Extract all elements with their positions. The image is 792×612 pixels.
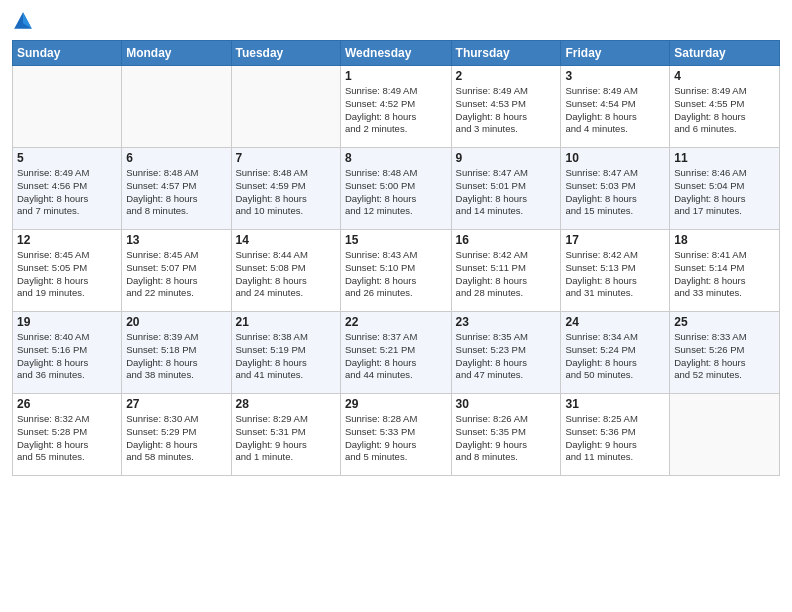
day-info: Sunrise: 8:34 AM Sunset: 5:24 PM Dayligh… bbox=[565, 331, 665, 382]
calendar-cell: 14Sunrise: 8:44 AM Sunset: 5:08 PM Dayli… bbox=[231, 230, 340, 312]
weekday-header-tuesday: Tuesday bbox=[231, 41, 340, 66]
calendar-cell: 10Sunrise: 8:47 AM Sunset: 5:03 PM Dayli… bbox=[561, 148, 670, 230]
weekday-header-saturday: Saturday bbox=[670, 41, 780, 66]
day-info: Sunrise: 8:48 AM Sunset: 4:59 PM Dayligh… bbox=[236, 167, 336, 218]
calendar-cell: 21Sunrise: 8:38 AM Sunset: 5:19 PM Dayli… bbox=[231, 312, 340, 394]
calendar-cell: 5Sunrise: 8:49 AM Sunset: 4:56 PM Daylig… bbox=[13, 148, 122, 230]
calendar-header-row: SundayMondayTuesdayWednesdayThursdayFrid… bbox=[13, 41, 780, 66]
day-number: 3 bbox=[565, 69, 665, 83]
day-number: 21 bbox=[236, 315, 336, 329]
day-number: 17 bbox=[565, 233, 665, 247]
calendar-cell: 22Sunrise: 8:37 AM Sunset: 5:21 PM Dayli… bbox=[340, 312, 451, 394]
calendar-cell: 18Sunrise: 8:41 AM Sunset: 5:14 PM Dayli… bbox=[670, 230, 780, 312]
logo-icon bbox=[12, 10, 34, 32]
day-number: 2 bbox=[456, 69, 557, 83]
calendar-cell: 27Sunrise: 8:30 AM Sunset: 5:29 PM Dayli… bbox=[122, 394, 231, 476]
day-number: 22 bbox=[345, 315, 447, 329]
weekday-header-monday: Monday bbox=[122, 41, 231, 66]
calendar-cell: 30Sunrise: 8:26 AM Sunset: 5:35 PM Dayli… bbox=[451, 394, 561, 476]
day-info: Sunrise: 8:49 AM Sunset: 4:53 PM Dayligh… bbox=[456, 85, 557, 136]
day-info: Sunrise: 8:29 AM Sunset: 5:31 PM Dayligh… bbox=[236, 413, 336, 464]
day-info: Sunrise: 8:45 AM Sunset: 5:07 PM Dayligh… bbox=[126, 249, 226, 300]
day-number: 10 bbox=[565, 151, 665, 165]
day-number: 12 bbox=[17, 233, 117, 247]
day-info: Sunrise: 8:47 AM Sunset: 5:03 PM Dayligh… bbox=[565, 167, 665, 218]
day-info: Sunrise: 8:39 AM Sunset: 5:18 PM Dayligh… bbox=[126, 331, 226, 382]
calendar-cell: 26Sunrise: 8:32 AM Sunset: 5:28 PM Dayli… bbox=[13, 394, 122, 476]
day-info: Sunrise: 8:38 AM Sunset: 5:19 PM Dayligh… bbox=[236, 331, 336, 382]
day-info: Sunrise: 8:25 AM Sunset: 5:36 PM Dayligh… bbox=[565, 413, 665, 464]
day-info: Sunrise: 8:42 AM Sunset: 5:13 PM Dayligh… bbox=[565, 249, 665, 300]
calendar-cell: 23Sunrise: 8:35 AM Sunset: 5:23 PM Dayli… bbox=[451, 312, 561, 394]
calendar-cell: 9Sunrise: 8:47 AM Sunset: 5:01 PM Daylig… bbox=[451, 148, 561, 230]
day-number: 29 bbox=[345, 397, 447, 411]
day-info: Sunrise: 8:48 AM Sunset: 5:00 PM Dayligh… bbox=[345, 167, 447, 218]
day-info: Sunrise: 8:43 AM Sunset: 5:10 PM Dayligh… bbox=[345, 249, 447, 300]
day-number: 26 bbox=[17, 397, 117, 411]
calendar-cell: 12Sunrise: 8:45 AM Sunset: 5:05 PM Dayli… bbox=[13, 230, 122, 312]
day-number: 15 bbox=[345, 233, 447, 247]
calendar-cell: 2Sunrise: 8:49 AM Sunset: 4:53 PM Daylig… bbox=[451, 66, 561, 148]
day-number: 13 bbox=[126, 233, 226, 247]
day-info: Sunrise: 8:41 AM Sunset: 5:14 PM Dayligh… bbox=[674, 249, 775, 300]
calendar-week-1: 1Sunrise: 8:49 AM Sunset: 4:52 PM Daylig… bbox=[13, 66, 780, 148]
day-number: 30 bbox=[456, 397, 557, 411]
day-info: Sunrise: 8:30 AM Sunset: 5:29 PM Dayligh… bbox=[126, 413, 226, 464]
day-number: 23 bbox=[456, 315, 557, 329]
day-info: Sunrise: 8:32 AM Sunset: 5:28 PM Dayligh… bbox=[17, 413, 117, 464]
day-number: 19 bbox=[17, 315, 117, 329]
day-number: 11 bbox=[674, 151, 775, 165]
calendar-cell: 6Sunrise: 8:48 AM Sunset: 4:57 PM Daylig… bbox=[122, 148, 231, 230]
calendar-cell: 11Sunrise: 8:46 AM Sunset: 5:04 PM Dayli… bbox=[670, 148, 780, 230]
day-number: 7 bbox=[236, 151, 336, 165]
weekday-header-wednesday: Wednesday bbox=[340, 41, 451, 66]
day-info: Sunrise: 8:42 AM Sunset: 5:11 PM Dayligh… bbox=[456, 249, 557, 300]
calendar-cell: 20Sunrise: 8:39 AM Sunset: 5:18 PM Dayli… bbox=[122, 312, 231, 394]
day-number: 4 bbox=[674, 69, 775, 83]
calendar-table: SundayMondayTuesdayWednesdayThursdayFrid… bbox=[12, 40, 780, 476]
day-info: Sunrise: 8:33 AM Sunset: 5:26 PM Dayligh… bbox=[674, 331, 775, 382]
calendar-cell: 31Sunrise: 8:25 AM Sunset: 5:36 PM Dayli… bbox=[561, 394, 670, 476]
day-info: Sunrise: 8:37 AM Sunset: 5:21 PM Dayligh… bbox=[345, 331, 447, 382]
day-number: 20 bbox=[126, 315, 226, 329]
calendar-cell: 19Sunrise: 8:40 AM Sunset: 5:16 PM Dayli… bbox=[13, 312, 122, 394]
calendar-week-2: 5Sunrise: 8:49 AM Sunset: 4:56 PM Daylig… bbox=[13, 148, 780, 230]
day-number: 1 bbox=[345, 69, 447, 83]
calendar-cell: 24Sunrise: 8:34 AM Sunset: 5:24 PM Dayli… bbox=[561, 312, 670, 394]
calendar-cell: 29Sunrise: 8:28 AM Sunset: 5:33 PM Dayli… bbox=[340, 394, 451, 476]
day-info: Sunrise: 8:45 AM Sunset: 5:05 PM Dayligh… bbox=[17, 249, 117, 300]
calendar-cell: 15Sunrise: 8:43 AM Sunset: 5:10 PM Dayli… bbox=[340, 230, 451, 312]
calendar-week-4: 19Sunrise: 8:40 AM Sunset: 5:16 PM Dayli… bbox=[13, 312, 780, 394]
day-info: Sunrise: 8:48 AM Sunset: 4:57 PM Dayligh… bbox=[126, 167, 226, 218]
day-number: 16 bbox=[456, 233, 557, 247]
calendar-week-3: 12Sunrise: 8:45 AM Sunset: 5:05 PM Dayli… bbox=[13, 230, 780, 312]
calendar-cell bbox=[231, 66, 340, 148]
page-container: SundayMondayTuesdayWednesdayThursdayFrid… bbox=[0, 0, 792, 612]
day-info: Sunrise: 8:26 AM Sunset: 5:35 PM Dayligh… bbox=[456, 413, 557, 464]
calendar-cell: 4Sunrise: 8:49 AM Sunset: 4:55 PM Daylig… bbox=[670, 66, 780, 148]
day-number: 24 bbox=[565, 315, 665, 329]
weekday-header-friday: Friday bbox=[561, 41, 670, 66]
weekday-header-thursday: Thursday bbox=[451, 41, 561, 66]
calendar-cell: 1Sunrise: 8:49 AM Sunset: 4:52 PM Daylig… bbox=[340, 66, 451, 148]
calendar-cell bbox=[13, 66, 122, 148]
calendar-cell: 3Sunrise: 8:49 AM Sunset: 4:54 PM Daylig… bbox=[561, 66, 670, 148]
calendar-cell: 13Sunrise: 8:45 AM Sunset: 5:07 PM Dayli… bbox=[122, 230, 231, 312]
calendar-cell bbox=[670, 394, 780, 476]
calendar-week-5: 26Sunrise: 8:32 AM Sunset: 5:28 PM Dayli… bbox=[13, 394, 780, 476]
day-number: 8 bbox=[345, 151, 447, 165]
day-number: 6 bbox=[126, 151, 226, 165]
day-info: Sunrise: 8:40 AM Sunset: 5:16 PM Dayligh… bbox=[17, 331, 117, 382]
calendar-cell: 7Sunrise: 8:48 AM Sunset: 4:59 PM Daylig… bbox=[231, 148, 340, 230]
day-info: Sunrise: 8:44 AM Sunset: 5:08 PM Dayligh… bbox=[236, 249, 336, 300]
day-number: 5 bbox=[17, 151, 117, 165]
day-number: 18 bbox=[674, 233, 775, 247]
day-info: Sunrise: 8:35 AM Sunset: 5:23 PM Dayligh… bbox=[456, 331, 557, 382]
calendar-cell: 16Sunrise: 8:42 AM Sunset: 5:11 PM Dayli… bbox=[451, 230, 561, 312]
day-info: Sunrise: 8:49 AM Sunset: 4:52 PM Dayligh… bbox=[345, 85, 447, 136]
day-info: Sunrise: 8:46 AM Sunset: 5:04 PM Dayligh… bbox=[674, 167, 775, 218]
day-number: 9 bbox=[456, 151, 557, 165]
day-info: Sunrise: 8:28 AM Sunset: 5:33 PM Dayligh… bbox=[345, 413, 447, 464]
day-number: 31 bbox=[565, 397, 665, 411]
day-number: 25 bbox=[674, 315, 775, 329]
